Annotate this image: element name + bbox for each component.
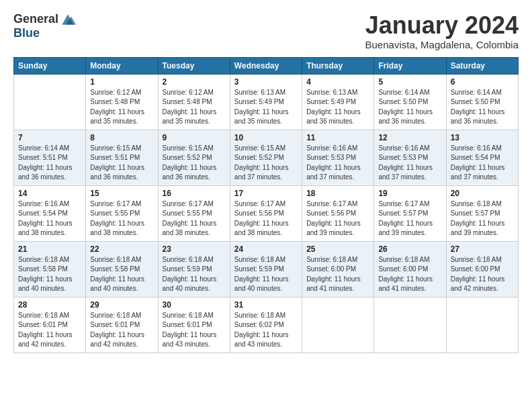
table-row: 20Sunrise: 6:18 AM Sunset: 5:57 PM Dayli… — [446, 185, 518, 241]
day-number: 14 — [18, 189, 81, 198]
header-row: Sunday Monday Tuesday Wednesday Thursday… — [14, 57, 519, 74]
day-info: Sunrise: 6:13 AM Sunset: 5:49 PM Dayligh… — [234, 88, 298, 127]
day-info: Sunrise: 6:12 AM Sunset: 5:48 PM Dayligh… — [163, 88, 226, 127]
table-row — [14, 74, 86, 130]
day-number: 2 — [163, 77, 226, 87]
day-info: Sunrise: 6:18 AM Sunset: 6:01 PM Dayligh… — [18, 311, 81, 350]
table-row: 1Sunrise: 6:12 AM Sunset: 5:48 PM Daylig… — [86, 74, 158, 130]
table-row: 8Sunrise: 6:15 AM Sunset: 5:51 PM Daylig… — [86, 130, 158, 185]
day-info: Sunrise: 6:15 AM Sunset: 5:52 PM Dayligh… — [163, 144, 226, 183]
day-info: Sunrise: 6:16 AM Sunset: 5:54 PM Dayligh… — [451, 144, 514, 183]
day-info: Sunrise: 6:18 AM Sunset: 5:58 PM Dayligh… — [90, 255, 153, 294]
day-info: Sunrise: 6:18 AM Sunset: 6:00 PM Dayligh… — [378, 255, 441, 294]
col-tuesday: Tuesday — [158, 57, 230, 74]
day-number: 29 — [90, 300, 153, 310]
day-info: Sunrise: 6:15 AM Sunset: 5:52 PM Dayligh… — [234, 144, 298, 183]
col-thursday: Thursday — [302, 57, 374, 74]
table-row: 26Sunrise: 6:18 AM Sunset: 6:00 PM Dayli… — [374, 241, 446, 297]
day-info: Sunrise: 6:14 AM Sunset: 5:51 PM Dayligh… — [18, 144, 81, 183]
page: General Blue January 2024 Buenavista, Ma… — [0, 0, 532, 361]
day-number: 31 — [234, 300, 298, 310]
week-row-2: 7Sunrise: 6:14 AM Sunset: 5:51 PM Daylig… — [14, 130, 519, 185]
day-info: Sunrise: 6:18 AM Sunset: 6:00 PM Dayligh… — [306, 255, 369, 294]
day-info: Sunrise: 6:18 AM Sunset: 6:01 PM Dayligh… — [163, 311, 226, 350]
day-number: 7 — [18, 133, 81, 142]
day-number: 5 — [378, 77, 441, 87]
table-row: 11Sunrise: 6:16 AM Sunset: 5:53 PM Dayli… — [302, 130, 374, 185]
day-info: Sunrise: 6:18 AM Sunset: 5:57 PM Dayligh… — [451, 199, 514, 238]
col-friday: Friday — [374, 57, 446, 74]
month-title: January 2024 — [365, 12, 519, 39]
week-row-5: 28Sunrise: 6:18 AM Sunset: 6:01 PM Dayli… — [14, 297, 519, 353]
table-row: 15Sunrise: 6:17 AM Sunset: 5:55 PM Dayli… — [86, 185, 158, 241]
col-sunday: Sunday — [14, 57, 86, 74]
day-info: Sunrise: 6:18 AM Sunset: 5:59 PM Dayligh… — [234, 255, 298, 294]
table-row: 24Sunrise: 6:18 AM Sunset: 5:59 PM Dayli… — [230, 241, 302, 297]
day-number: 4 — [306, 77, 369, 87]
table-row — [446, 297, 518, 353]
day-number: 1 — [90, 77, 153, 87]
day-number: 8 — [90, 133, 153, 142]
day-number: 19 — [378, 189, 441, 198]
day-number: 12 — [378, 133, 441, 142]
day-number: 26 — [378, 244, 441, 254]
title-block: January 2024 Buenavista, Magdalena, Colo… — [365, 12, 519, 50]
day-number: 11 — [306, 133, 369, 142]
table-row: 7Sunrise: 6:14 AM Sunset: 5:51 PM Daylig… — [14, 130, 86, 185]
table-row: 5Sunrise: 6:14 AM Sunset: 5:50 PM Daylig… — [374, 74, 446, 130]
table-row: 9Sunrise: 6:15 AM Sunset: 5:52 PM Daylig… — [158, 130, 230, 185]
table-row: 28Sunrise: 6:18 AM Sunset: 6:01 PM Dayli… — [14, 297, 86, 353]
day-info: Sunrise: 6:16 AM Sunset: 5:53 PM Dayligh… — [306, 144, 369, 183]
col-wednesday: Wednesday — [230, 57, 302, 74]
day-info: Sunrise: 6:17 AM Sunset: 5:56 PM Dayligh… — [234, 199, 298, 238]
table-row: 6Sunrise: 6:14 AM Sunset: 5:50 PM Daylig… — [446, 74, 518, 130]
day-info: Sunrise: 6:12 AM Sunset: 5:48 PM Dayligh… — [90, 88, 153, 127]
day-number: 17 — [234, 189, 298, 198]
day-number: 24 — [234, 244, 298, 254]
logo: General Blue — [13, 12, 76, 40]
day-info: Sunrise: 6:18 AM Sunset: 5:59 PM Dayligh… — [163, 255, 226, 294]
table-row: 25Sunrise: 6:18 AM Sunset: 6:00 PM Dayli… — [302, 241, 374, 297]
day-number: 9 — [163, 133, 226, 142]
table-row — [302, 297, 374, 353]
day-number: 16 — [163, 189, 226, 198]
day-number: 15 — [90, 189, 153, 198]
day-info: Sunrise: 6:18 AM Sunset: 6:00 PM Dayligh… — [451, 255, 514, 294]
day-number: 13 — [451, 133, 514, 142]
logo-general: General — [13, 12, 58, 26]
day-info: Sunrise: 6:18 AM Sunset: 6:02 PM Dayligh… — [234, 311, 298, 350]
table-row: 2Sunrise: 6:12 AM Sunset: 5:48 PM Daylig… — [158, 74, 230, 130]
day-info: Sunrise: 6:18 AM Sunset: 5:58 PM Dayligh… — [18, 255, 81, 294]
table-row: 3Sunrise: 6:13 AM Sunset: 5:49 PM Daylig… — [230, 74, 302, 130]
table-row: 12Sunrise: 6:16 AM Sunset: 5:53 PM Dayli… — [374, 130, 446, 185]
day-info: Sunrise: 6:16 AM Sunset: 5:53 PM Dayligh… — [378, 144, 441, 183]
day-number: 28 — [18, 300, 81, 310]
day-info: Sunrise: 6:17 AM Sunset: 5:55 PM Dayligh… — [163, 199, 226, 238]
table-row: 19Sunrise: 6:17 AM Sunset: 5:57 PM Dayli… — [374, 185, 446, 241]
logo-blue: Blue — [13, 26, 40, 40]
table-row: 29Sunrise: 6:18 AM Sunset: 6:01 PM Dayli… — [86, 297, 158, 353]
week-row-1: 1Sunrise: 6:12 AM Sunset: 5:48 PM Daylig… — [14, 74, 519, 130]
col-saturday: Saturday — [446, 57, 518, 74]
table-row: 4Sunrise: 6:13 AM Sunset: 5:49 PM Daylig… — [302, 74, 374, 130]
table-row: 13Sunrise: 6:16 AM Sunset: 5:54 PM Dayli… — [446, 130, 518, 185]
day-info: Sunrise: 6:13 AM Sunset: 5:49 PM Dayligh… — [306, 88, 369, 127]
day-info: Sunrise: 6:18 AM Sunset: 6:01 PM Dayligh… — [90, 311, 153, 350]
day-info: Sunrise: 6:17 AM Sunset: 5:55 PM Dayligh… — [90, 199, 153, 238]
table-row: 23Sunrise: 6:18 AM Sunset: 5:59 PM Dayli… — [158, 241, 230, 297]
table-row: 17Sunrise: 6:17 AM Sunset: 5:56 PM Dayli… — [230, 185, 302, 241]
logo-icon — [60, 13, 76, 26]
col-monday: Monday — [86, 57, 158, 74]
day-info: Sunrise: 6:15 AM Sunset: 5:51 PM Dayligh… — [90, 144, 153, 183]
table-row: 31Sunrise: 6:18 AM Sunset: 6:02 PM Dayli… — [230, 297, 302, 353]
location: Buenavista, Magdalena, Colombia — [365, 39, 519, 50]
day-number: 18 — [306, 189, 369, 198]
day-number: 25 — [306, 244, 369, 254]
week-row-3: 14Sunrise: 6:16 AM Sunset: 5:54 PM Dayli… — [14, 185, 519, 241]
table-row: 16Sunrise: 6:17 AM Sunset: 5:55 PM Dayli… — [158, 185, 230, 241]
day-info: Sunrise: 6:16 AM Sunset: 5:54 PM Dayligh… — [18, 199, 81, 238]
table-row: 21Sunrise: 6:18 AM Sunset: 5:58 PM Dayli… — [14, 241, 86, 297]
day-number: 10 — [234, 133, 298, 142]
calendar-table: Sunday Monday Tuesday Wednesday Thursday… — [13, 57, 519, 353]
day-info: Sunrise: 6:17 AM Sunset: 5:57 PM Dayligh… — [378, 199, 441, 238]
